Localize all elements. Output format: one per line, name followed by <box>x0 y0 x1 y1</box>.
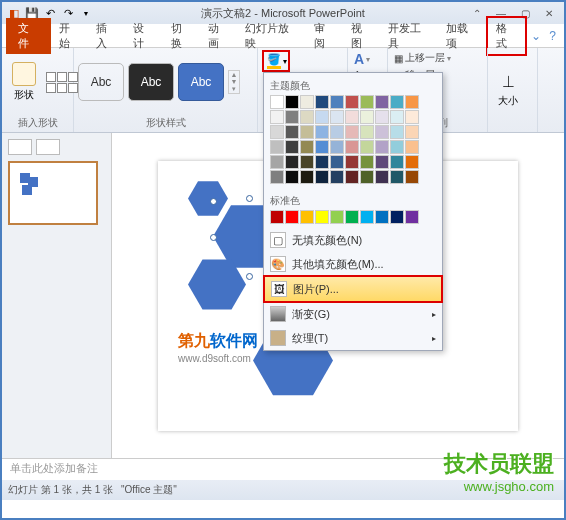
color-swatch[interactable] <box>405 110 419 124</box>
fill-color-dropdown: 主题颜色 标准色 ▢ 无填充颜色(N) 🎨 其他填充颜色(M)... 🖼 图片(… <box>263 72 443 351</box>
color-swatch[interactable] <box>315 140 329 154</box>
color-swatch[interactable] <box>360 125 374 139</box>
color-swatch[interactable] <box>390 95 404 109</box>
color-swatch[interactable] <box>285 95 299 109</box>
color-swatch[interactable] <box>285 210 299 224</box>
color-swatch[interactable] <box>330 95 344 109</box>
color-swatch[interactable] <box>270 95 284 109</box>
color-swatch[interactable] <box>375 125 389 139</box>
color-swatch[interactable] <box>285 170 299 184</box>
color-swatch[interactable] <box>390 210 404 224</box>
color-swatch[interactable] <box>360 170 374 184</box>
color-swatch[interactable] <box>375 140 389 154</box>
color-swatch[interactable] <box>390 155 404 169</box>
color-swatch[interactable] <box>330 125 344 139</box>
shape-style-1[interactable]: Abc <box>78 63 124 101</box>
color-swatch[interactable] <box>405 95 419 109</box>
ribbon-collapse-icon[interactable]: ⌄ <box>527 29 545 43</box>
standard-color-grid[interactable] <box>270 210 436 224</box>
size-label: 大小 <box>498 94 518 108</box>
more-colors-item[interactable]: 🎨 其他填充颜色(M)... <box>264 252 442 276</box>
color-swatch[interactable] <box>300 210 314 224</box>
color-swatch[interactable] <box>330 155 344 169</box>
color-swatch[interactable] <box>330 110 344 124</box>
color-swatch[interactable] <box>330 210 344 224</box>
theme-colors-label: 主题颜色 <box>270 77 436 95</box>
color-swatch[interactable] <box>285 140 299 154</box>
color-swatch[interactable] <box>270 125 284 139</box>
color-swatch[interactable] <box>375 170 389 184</box>
color-swatch[interactable] <box>345 110 359 124</box>
size-button[interactable]: ⟂ 大小 <box>492 69 524 110</box>
close-icon[interactable]: ✕ <box>540 6 558 20</box>
color-swatch[interactable] <box>390 110 404 124</box>
texture-item[interactable]: 纹理(T)▸ <box>264 326 442 350</box>
color-swatch[interactable] <box>315 110 329 124</box>
shape-fill-button[interactable]: 🪣 ▾ <box>262 50 290 72</box>
no-fill-item[interactable]: ▢ 无填充颜色(N) <box>264 228 442 252</box>
color-swatch[interactable] <box>375 210 389 224</box>
help-icon[interactable]: ? <box>545 29 560 43</box>
color-swatch[interactable] <box>405 155 419 169</box>
color-swatch[interactable] <box>270 110 284 124</box>
wordart-icon: A <box>354 51 364 67</box>
wordart-styles-button[interactable]: A▾ <box>352 50 372 68</box>
color-swatch[interactable] <box>345 170 359 184</box>
color-swatch[interactable] <box>330 170 344 184</box>
hexagon-shape[interactable] <box>188 179 228 219</box>
color-swatch[interactable] <box>390 170 404 184</box>
color-swatch[interactable] <box>315 95 329 109</box>
shape-style-3[interactable]: Abc <box>178 63 224 101</box>
shape-style-2[interactable]: Abc <box>128 63 174 101</box>
outline-tab[interactable] <box>36 139 60 155</box>
color-swatch[interactable] <box>345 125 359 139</box>
color-swatch[interactable] <box>375 95 389 109</box>
color-swatch[interactable] <box>390 140 404 154</box>
color-swatch[interactable] <box>405 140 419 154</box>
color-swatch[interactable] <box>330 140 344 154</box>
color-swatch[interactable] <box>315 170 329 184</box>
color-swatch[interactable] <box>315 125 329 139</box>
color-swatch[interactable] <box>300 140 314 154</box>
bring-forward-button[interactable]: ▦上移一层▾ <box>392 50 453 66</box>
style-scroll[interactable]: ▲▼▾ <box>228 70 240 94</box>
color-swatch[interactable] <box>360 110 374 124</box>
slides-tab[interactable] <box>8 139 32 155</box>
color-swatch[interactable] <box>270 155 284 169</box>
color-swatch[interactable] <box>300 110 314 124</box>
color-swatch[interactable] <box>405 210 419 224</box>
color-swatch[interactable] <box>300 95 314 109</box>
color-swatch[interactable] <box>315 210 329 224</box>
color-swatch[interactable] <box>315 155 329 169</box>
color-swatch[interactable] <box>270 170 284 184</box>
shapes-button[interactable]: 形状 <box>6 60 42 104</box>
picture-fill-item[interactable]: 🖼 图片(P)... <box>263 275 443 303</box>
color-swatch[interactable] <box>405 125 419 139</box>
gradient-icon <box>270 306 286 322</box>
color-swatch[interactable] <box>360 140 374 154</box>
color-swatch[interactable] <box>345 95 359 109</box>
standard-colors-label: 标准色 <box>270 192 436 210</box>
color-swatch[interactable] <box>300 155 314 169</box>
theme-color-grid[interactable] <box>270 95 436 184</box>
gradient-item[interactable]: 渐变(G)▸ <box>264 302 442 326</box>
color-swatch[interactable] <box>285 155 299 169</box>
color-swatch[interactable] <box>360 210 374 224</box>
shape-gallery-icon <box>12 62 36 86</box>
color-swatch[interactable] <box>345 210 359 224</box>
color-swatch[interactable] <box>360 155 374 169</box>
color-swatch[interactable] <box>285 110 299 124</box>
color-swatch[interactable] <box>270 140 284 154</box>
color-swatch[interactable] <box>270 210 284 224</box>
color-swatch[interactable] <box>390 125 404 139</box>
color-swatch[interactable] <box>285 125 299 139</box>
color-swatch[interactable] <box>300 125 314 139</box>
color-swatch[interactable] <box>375 155 389 169</box>
color-swatch[interactable] <box>300 170 314 184</box>
color-swatch[interactable] <box>405 170 419 184</box>
color-swatch[interactable] <box>345 155 359 169</box>
slide-thumbnail-1[interactable] <box>8 161 98 225</box>
color-swatch[interactable] <box>345 140 359 154</box>
color-swatch[interactable] <box>375 110 389 124</box>
color-swatch[interactable] <box>360 95 374 109</box>
